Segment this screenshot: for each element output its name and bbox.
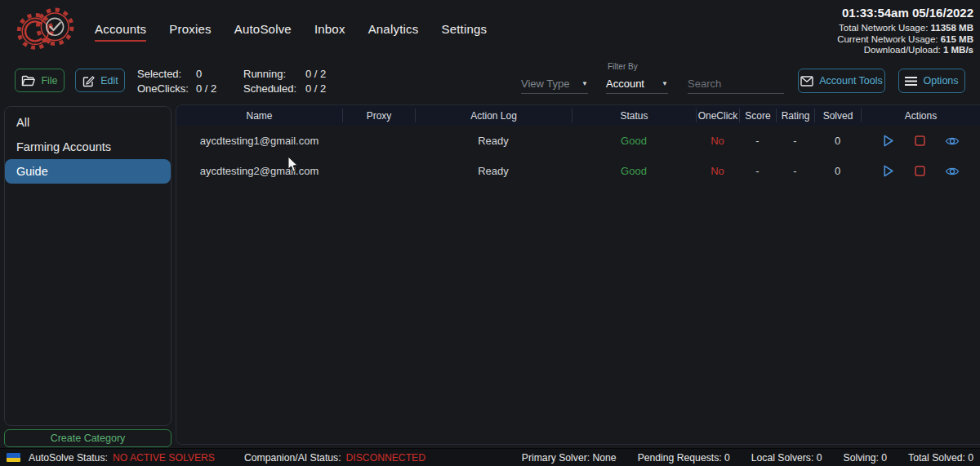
edit-button[interactable]: Edit	[75, 69, 125, 92]
column-header-proxy[interactable]: Proxy	[342, 109, 415, 122]
status-cell: Good	[572, 135, 696, 147]
row-actions-cell	[861, 134, 980, 148]
hamburger-menu-icon	[905, 76, 917, 87]
running-value: 0 / 2	[305, 68, 338, 80]
selected-value: 0	[196, 68, 243, 80]
column-header-action-log[interactable]: Action Log	[415, 109, 572, 122]
column-header-score[interactable]: Score	[739, 109, 776, 122]
score-cell: -	[739, 135, 776, 147]
column-header-status[interactable]: Status	[572, 109, 696, 122]
column-header-name[interactable]: Name	[176, 109, 342, 122]
nav-tab-analytics[interactable]: Analytics	[368, 22, 419, 42]
selected-label: Selected:	[137, 68, 196, 80]
table-row[interactable]: aycdtesting2@gmail.com Ready Good No - -…	[176, 156, 980, 186]
account-name-cell: aycdtesting2@gmail.com	[176, 165, 342, 177]
category-sidebar: All Farming Accounts Guide	[4, 106, 172, 426]
oneclicks-value: 0 / 2	[196, 82, 243, 95]
total-network-usage-label: Total Network Usage:	[839, 23, 931, 33]
primary-solver-value: None	[593, 452, 617, 464]
view-type-placeholder: View Type	[521, 78, 570, 90]
solving-value: 0	[881, 452, 887, 464]
file-button[interactable]: File	[15, 69, 65, 92]
total-solved-stat: Total Solved: 0	[908, 452, 973, 464]
category-item-guide[interactable]: Guide	[5, 159, 171, 184]
ukraine-flag-icon	[7, 453, 20, 462]
view-type-dropdown[interactable]: View Type ▼	[521, 74, 588, 94]
eye-icon	[945, 135, 960, 147]
network-stats-block: 01:33:54am 05/16/2022 Total Network Usag…	[837, 6, 973, 56]
file-button-label: File	[41, 75, 57, 87]
options-button[interactable]: Options	[898, 69, 965, 93]
table-header-row: Name Proxy Action Log Status OneClick Sc…	[176, 105, 980, 126]
nav-tab-accounts[interactable]: Accounts	[95, 22, 146, 42]
pending-requests-stat: Pending Requests: 0	[638, 452, 730, 464]
options-label: Options	[923, 75, 958, 87]
envelope-icon	[800, 76, 813, 87]
view-button[interactable]	[945, 135, 960, 147]
play-icon	[881, 164, 895, 178]
start-button[interactable]	[881, 164, 895, 178]
nav-tab-inbox[interactable]: Inbox	[314, 22, 345, 42]
primary-solver-label: Primary Solver:	[522, 452, 593, 464]
edit-button-label: Edit	[100, 75, 118, 87]
start-button[interactable]	[881, 134, 895, 148]
account-name-cell: aycdtesting1@gmail.com	[176, 135, 342, 147]
companion-status-value: DISCONNECTED	[346, 452, 426, 464]
column-header-actions[interactable]: Actions	[861, 109, 980, 122]
edit-pencil-icon	[82, 74, 95, 87]
rating-cell: -	[776, 165, 814, 177]
toolbar: File Edit Selected: 0 Running: 0 / 2 One…	[0, 65, 980, 100]
solved-cell: 0	[814, 165, 861, 177]
nav-tab-autosolve[interactable]: AutoSolve	[234, 22, 292, 42]
status-cell: Good	[572, 165, 696, 177]
download-upload-label: Download/Upload:	[864, 45, 943, 55]
running-label: Running:	[243, 68, 305, 80]
scheduled-value: 0 / 2	[305, 82, 338, 95]
stop-icon	[914, 165, 926, 177]
account-tools-label: Account Tools	[819, 75, 883, 87]
play-icon	[881, 134, 895, 148]
selection-counters: Selected: 0 Running: 0 / 2 OneClicks: 0 …	[137, 68, 338, 95]
oneclick-cell: No	[696, 135, 739, 147]
category-item-label: Farming Accounts	[16, 140, 111, 153]
total-network-usage-value: 11358 MB	[931, 23, 973, 33]
rating-cell: -	[776, 135, 814, 147]
column-header-solved[interactable]: Solved	[814, 109, 861, 122]
column-header-rating[interactable]: Rating	[776, 109, 814, 122]
autosolve-status-value: NO ACTIVE SOLVERS	[113, 452, 215, 464]
stop-button[interactable]	[914, 135, 926, 147]
clock-datetime: 01:33:54am 05/16/2022	[837, 6, 973, 20]
oneclick-cell: No	[696, 165, 739, 177]
local-solvers-stat: Local Solvers: 0	[751, 452, 822, 464]
chevron-down-icon: ▼	[662, 80, 668, 87]
category-item-all[interactable]: All	[5, 110, 171, 135]
filter-by-dropdown[interactable]: Account ▼	[606, 74, 668, 94]
filter-by-label: Filter By	[608, 62, 638, 71]
create-category-button[interactable]: Create Category	[4, 429, 172, 447]
local-solvers-value: 0	[817, 452, 822, 464]
eye-icon	[945, 166, 960, 177]
download-upload-rate: Download/Upload: 1 MB/s	[837, 45, 973, 56]
column-header-oneclick[interactable]: OneClick	[696, 109, 739, 122]
category-item-label: Guide	[16, 165, 48, 178]
solving-stat: Solving: 0	[844, 452, 888, 464]
autosolve-status-label: AutoSolve Status:	[29, 452, 108, 464]
category-item-farming-accounts[interactable]: Farming Accounts	[5, 135, 171, 159]
table-row[interactable]: aycdtesting1@gmail.com Ready Good No - -…	[176, 126, 980, 156]
app-logo-gears-icon	[13, 5, 78, 54]
view-button[interactable]	[945, 166, 960, 177]
filter-by-value: Account	[606, 78, 644, 90]
score-cell: -	[739, 165, 776, 177]
companion-status-label: Companion/AI Status:	[244, 452, 341, 464]
create-category-label: Create Category	[51, 433, 126, 444]
current-network-usage-value: 615 MB	[941, 34, 973, 44]
category-item-label: All	[16, 116, 29, 129]
primary-solver-stat: Primary Solver: None	[522, 452, 617, 464]
nav-tab-proxies[interactable]: Proxies	[169, 22, 211, 42]
stop-button[interactable]	[914, 165, 926, 177]
folder-icon	[21, 75, 35, 87]
oneclicks-label: OneClicks:	[137, 82, 196, 95]
account-tools-button[interactable]: Account Tools	[798, 69, 885, 93]
search-input[interactable]	[688, 74, 784, 94]
nav-tab-settings[interactable]: Settings	[441, 22, 487, 42]
